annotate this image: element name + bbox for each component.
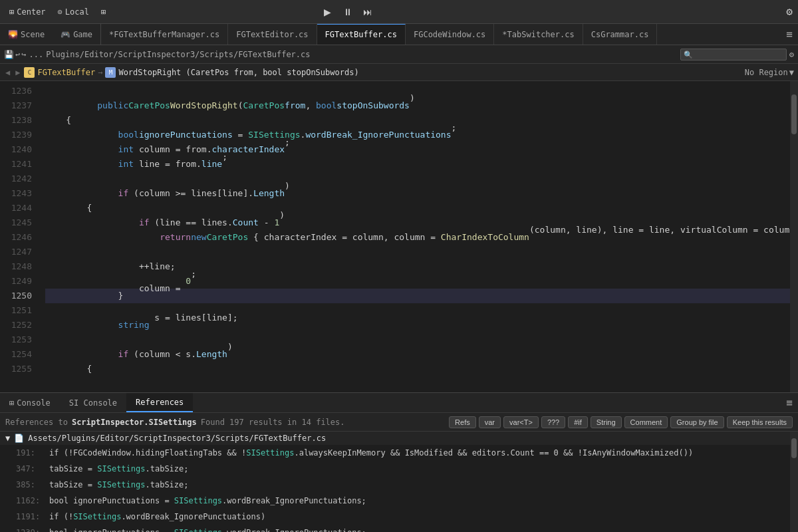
- file-tab-label: *FGTextBufferManager.cs: [109, 30, 219, 39]
- tabs-bar: 🌄 Scene 🎮 Game *FGTextBufferManager.cs F…: [0, 24, 798, 45]
- undo-icon[interactable]: ↩: [15, 50, 20, 59]
- code-content[interactable]: public CaretPos WordStopRight(CaretPos f…: [40, 81, 790, 392]
- line-num: 1248: [0, 259, 32, 274]
- list-item[interactable]: 1191: if (!SISettings.wordBreak_IgnorePu…: [0, 509, 790, 525]
- no-region-label: No Region: [745, 68, 788, 77]
- refs-filter-keep-results[interactable]: Keep this results: [727, 416, 793, 428]
- breadcrumb-nav: 💾 ↩ ↪: [4, 50, 26, 59]
- local-button[interactable]: ⊙ Local: [54, 6, 93, 18]
- code-line-1242: [45, 172, 790, 186]
- code-scrollbar[interactable]: [790, 81, 798, 392]
- refs-code: bool ignorePunctuations = SISettings.wor…: [49, 494, 366, 507]
- redo-icon[interactable]: ↪: [21, 50, 26, 59]
- code-line-1252: string s = lines[line];: [45, 318, 790, 332]
- file-tab-label: FGTextBuffer.cs: [325, 30, 397, 39]
- line-num: 1251: [0, 303, 32, 318]
- list-item[interactable]: 1239: bool ignorePunctuations = SISettin…: [0, 525, 790, 532]
- func-forward-icon[interactable]: ▶: [14, 68, 21, 77]
- step-button[interactable]: ⏭: [358, 3, 377, 21]
- refs-scrollbar-thumb[interactable]: [791, 438, 797, 458]
- line-num: 1247: [0, 245, 32, 259]
- scene-label: Scene: [21, 30, 45, 39]
- console-label: Console: [17, 398, 51, 408]
- class-label[interactable]: FGTextBuffer: [37, 68, 95, 77]
- list-item[interactable]: 191: if (!FGCodeWindow.hidingFloatingTab…: [0, 445, 790, 461]
- game-tab[interactable]: 🎮 Game: [53, 24, 100, 45]
- line-num: 1253: [0, 332, 32, 347]
- refs-code: tabSize = SISettings.tabSize;: [49, 462, 189, 475]
- file-tabs: *FGTextBufferManager.cs FGTextEditor.cs …: [101, 24, 781, 45]
- refs-line-num: 347:: [16, 462, 49, 475]
- method-label[interactable]: WordStopRight (CaretPos from, bool stopO…: [118, 68, 358, 77]
- scene-local-group: ⊞ Center ⊙ Local ⊞: [5, 6, 110, 18]
- panel-tab-references[interactable]: References: [126, 393, 193, 412]
- refs-filter-if[interactable]: #if: [568, 416, 588, 428]
- si-console-label: SI Console: [69, 398, 117, 408]
- panel-more-button[interactable]: ≡: [781, 396, 798, 409]
- refs-filter-refs[interactable]: Refs: [449, 416, 476, 428]
- center-label: Center: [17, 7, 45, 17]
- breadcrumb-path-btn[interactable]: ...: [29, 50, 43, 59]
- pause-button[interactable]: ⏸: [338, 3, 357, 21]
- refs-code: if (!FGCodeWindow.hidingFloatingTabs && …: [49, 446, 693, 460]
- refs-filter-var[interactable]: var: [479, 416, 501, 428]
- list-item[interactable]: 347: tabSize = SISettings.tabSize;: [0, 461, 790, 477]
- file-tab-fgtexteditor[interactable]: FGTextEditor.cs: [228, 24, 317, 45]
- refs-filter-vart[interactable]: var<T>: [503, 416, 539, 428]
- code-line-1237: public CaretPos WordStopRight(CaretPos f…: [45, 98, 790, 113]
- line-num: 1242: [0, 172, 32, 186]
- scene-tab[interactable]: 🌄 Scene: [0, 24, 53, 45]
- file-tab-fgtextbuffer[interactable]: FGTextBuffer.cs: [317, 24, 406, 45]
- code-line-1243: if (column >= lines[line].Length): [45, 186, 790, 201]
- code-scrollbar-thumb[interactable]: [791, 94, 797, 134]
- code-line-1244: {: [45, 201, 790, 215]
- file-tab-label: *TabSwitcher.cs: [502, 30, 574, 39]
- breadcrumb-search[interactable]: [680, 49, 787, 61]
- grid-button[interactable]: ⊞: [97, 6, 110, 18]
- line-num: 1244: [0, 201, 32, 215]
- tabs-more-button[interactable]: ≡: [781, 28, 798, 41]
- list-item[interactable]: 1162: bool ignorePunctuations = SISettin…: [0, 493, 790, 509]
- refs-filter-group-by-file[interactable]: Group by file: [670, 416, 724, 428]
- save-icon[interactable]: 💾: [4, 50, 14, 59]
- local-label: Local: [65, 7, 89, 17]
- refs-filter-string[interactable]: String: [591, 416, 622, 428]
- panel-tab-console[interactable]: ⊞ Console: [0, 393, 60, 412]
- center-button[interactable]: ⊞ Center: [5, 6, 50, 18]
- refs-filter-unknown[interactable]: ???: [541, 416, 565, 428]
- line-num: 1240: [0, 142, 32, 157]
- func-back-icon[interactable]: ◀: [4, 68, 11, 77]
- refs-bar: References to ScriptInspector.SISettings…: [0, 413, 798, 432]
- refs-filters: Refs var var<T> ??? #if String Comment G…: [449, 416, 793, 428]
- file-tab-tabswitcher[interactable]: *TabSwitcher.cs: [494, 24, 583, 45]
- play-button[interactable]: ▶: [319, 3, 337, 21]
- refs-file-header[interactable]: ▼ 📄 Assets/Plugins/Editor/ScriptInspecto…: [0, 432, 790, 445]
- refs-filter-comment[interactable]: Comment: [624, 416, 668, 428]
- refs-line-num: 191:: [16, 446, 49, 460]
- refs-content: ▼ 📄 Assets/Plugins/Editor/ScriptInspecto…: [0, 432, 798, 532]
- line-num: 1254: [0, 347, 32, 362]
- list-item[interactable]: 385: tabSize = SISettings.tabSize;: [0, 477, 790, 493]
- refs-list: ▼ 📄 Assets/Plugins/Editor/ScriptInspecto…: [0, 432, 790, 532]
- code-line-1246: return new CaretPos { characterIndex = c…: [45, 230, 790, 245]
- line-num: 1250: [0, 289, 32, 303]
- file-tab-fgcodewindow[interactable]: FGCodeWindow.cs: [406, 24, 494, 45]
- refs-found: Found 197 results in 14 files.: [201, 418, 345, 427]
- game-icon: 🎮: [61, 30, 70, 39]
- line-num: 1255: [0, 362, 32, 376]
- breadcrumb-settings-icon[interactable]: ⚙: [789, 50, 794, 59]
- line-numbers: 1236 1237 1238 1239 1240 1241 1242 1243 …: [0, 81, 40, 392]
- settings-button[interactable]: ⚙: [786, 5, 793, 18]
- file-tab-csgrammar[interactable]: CsGrammar.cs: [583, 24, 658, 45]
- refs-target: ScriptInspector.SISettings: [72, 418, 197, 427]
- refs-scrollbar[interactable]: [790, 432, 798, 532]
- refs-line-num: 1239:: [16, 526, 49, 532]
- panel-tab-si-console[interactable]: SI Console: [60, 393, 126, 412]
- game-label: Game: [73, 30, 92, 39]
- file-tab-fgtextbuffermanager[interactable]: *FGTextBufferManager.cs: [101, 24, 228, 45]
- collapse-icon: ▼: [5, 434, 10, 443]
- file-tab-label: CsGrammar.cs: [591, 30, 649, 39]
- code-line-1254: if (column < s.Length): [45, 347, 790, 362]
- no-region[interactable]: No Region ▼: [745, 68, 794, 77]
- code-editor: 1236 1237 1238 1239 1240 1241 1242 1243 …: [0, 81, 798, 392]
